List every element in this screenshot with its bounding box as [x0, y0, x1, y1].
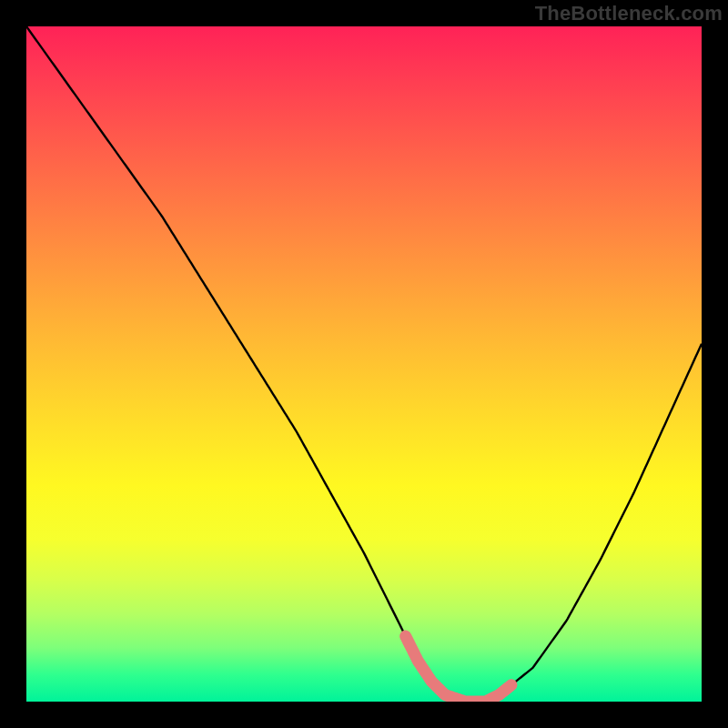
chart-container: TheBottleneck.com [0, 0, 728, 728]
bottleneck-curve [26, 26, 702, 702]
highlight-segment [406, 636, 511, 702]
watermark-text: TheBottleneck.com [535, 2, 723, 25]
curve-overlay [26, 26, 702, 702]
plot-area [26, 26, 702, 702]
